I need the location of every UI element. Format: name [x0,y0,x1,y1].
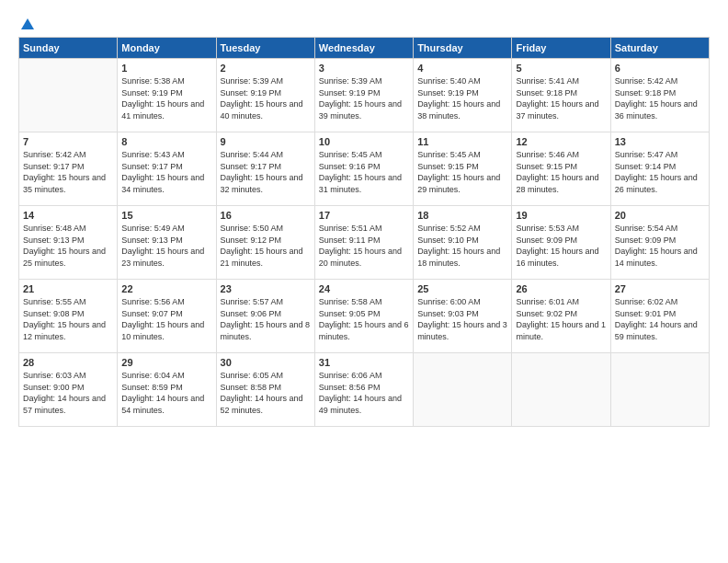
day-number: 14 [23,210,113,221]
day-number: 4 [417,63,507,74]
header-cell-saturday: Saturday [610,38,709,59]
day-cell: 6Sunrise: 5:42 AMSunset: 9:18 PMDaylight… [610,59,709,132]
day-cell: 7Sunrise: 5:42 AMSunset: 9:17 PMDaylight… [19,132,118,206]
day-cell [512,353,610,427]
day-cell: 17Sunrise: 5:51 AMSunset: 9:11 PMDayligh… [314,206,413,280]
day-info: Sunrise: 5:48 AMSunset: 9:13 PMDaylight:… [23,223,113,269]
day-number: 28 [23,357,113,368]
day-number: 23 [221,283,311,294]
day-info: Sunrise: 6:00 AMSunset: 9:03 PMDaylight:… [417,296,507,342]
week-row-3: 14Sunrise: 5:48 AMSunset: 9:13 PMDayligh… [19,206,710,280]
day-info: Sunrise: 5:54 AMSunset: 9:09 PMDaylight:… [615,223,705,269]
day-info: Sunrise: 5:53 AMSunset: 9:09 PMDaylight:… [516,223,606,269]
header-cell-thursday: Thursday [414,38,512,59]
week-row-4: 21Sunrise: 5:55 AMSunset: 9:08 PMDayligh… [19,280,710,353]
day-cell: 14Sunrise: 5:48 AMSunset: 9:13 PMDayligh… [19,206,118,280]
day-cell: 10Sunrise: 5:45 AMSunset: 9:16 PMDayligh… [314,132,413,206]
day-number: 16 [221,210,311,221]
day-info: Sunrise: 5:47 AMSunset: 9:14 PMDaylight:… [615,149,705,195]
day-number: 12 [516,136,606,147]
day-info: Sunrise: 5:42 AMSunset: 9:18 PMDaylight:… [615,75,705,121]
day-info: Sunrise: 5:45 AMSunset: 9:16 PMDaylight:… [319,149,409,195]
day-info: Sunrise: 6:06 AMSunset: 8:56 PMDaylight:… [319,370,409,416]
calendar-table: SundayMondayTuesdayWednesdayThursdayFrid… [18,37,710,427]
day-cell: 12Sunrise: 5:46 AMSunset: 9:15 PMDayligh… [512,132,610,206]
svg-marker-0 [21,18,34,29]
day-cell: 29Sunrise: 6:04 AMSunset: 8:59 PMDayligh… [118,353,216,427]
header-cell-sunday: Sunday [19,38,118,59]
day-number: 29 [121,357,211,368]
day-info: Sunrise: 6:03 AMSunset: 9:00 PMDaylight:… [23,370,113,416]
day-cell: 31Sunrise: 6:06 AMSunset: 8:56 PMDayligh… [314,353,413,427]
logo-icon [19,17,36,33]
day-number: 10 [319,136,409,147]
day-number: 2 [221,63,311,74]
day-info: Sunrise: 5:49 AMSunset: 9:13 PMDaylight:… [121,223,211,269]
day-info: Sunrise: 5:43 AMSunset: 9:17 PMDaylight:… [121,149,211,195]
day-info: Sunrise: 6:05 AMSunset: 8:58 PMDaylight:… [221,370,311,416]
day-number: 22 [121,283,211,294]
day-number: 30 [221,357,311,368]
day-cell: 25Sunrise: 6:00 AMSunset: 9:03 PMDayligh… [414,280,512,353]
day-number: 6 [615,63,705,74]
header-row: SundayMondayTuesdayWednesdayThursdayFrid… [19,38,710,59]
day-cell [610,353,709,427]
day-cell: 18Sunrise: 5:52 AMSunset: 9:10 PMDayligh… [414,206,512,280]
day-cell: 30Sunrise: 6:05 AMSunset: 8:58 PMDayligh… [216,353,314,427]
day-cell: 16Sunrise: 5:50 AMSunset: 9:12 PMDayligh… [216,206,314,280]
day-cell: 8Sunrise: 5:43 AMSunset: 9:17 PMDaylight… [118,132,216,206]
page: SundayMondayTuesdayWednesdayThursdayFrid… [0,0,728,436]
day-info: Sunrise: 5:38 AMSunset: 9:19 PMDaylight:… [121,75,211,121]
day-info: Sunrise: 5:39 AMSunset: 9:19 PMDaylight:… [221,75,311,121]
day-cell: 11Sunrise: 5:45 AMSunset: 9:15 PMDayligh… [414,132,512,206]
logo-line [18,17,36,33]
logo [18,17,36,31]
day-cell: 23Sunrise: 5:57 AMSunset: 9:06 PMDayligh… [216,280,314,353]
day-info: Sunrise: 5:56 AMSunset: 9:07 PMDaylight:… [121,296,211,342]
header-cell-tuesday: Tuesday [216,38,314,59]
day-cell: 24Sunrise: 5:58 AMSunset: 9:05 PMDayligh… [314,280,413,353]
day-number: 21 [23,283,113,294]
day-number: 3 [319,63,409,74]
day-cell [19,59,118,132]
day-cell: 3Sunrise: 5:39 AMSunset: 9:19 PMDaylight… [314,59,413,132]
day-cell: 20Sunrise: 5:54 AMSunset: 9:09 PMDayligh… [610,206,709,280]
day-info: Sunrise: 5:39 AMSunset: 9:19 PMDaylight:… [319,75,409,121]
day-number: 26 [516,283,606,294]
day-info: Sunrise: 5:41 AMSunset: 9:18 PMDaylight:… [516,75,606,121]
day-number: 15 [121,210,211,221]
day-info: Sunrise: 5:46 AMSunset: 9:15 PMDaylight:… [516,149,606,195]
header-cell-friday: Friday [512,38,610,59]
day-number: 20 [615,210,705,221]
day-number: 9 [221,136,311,147]
day-info: Sunrise: 5:40 AMSunset: 9:19 PMDaylight:… [417,75,507,121]
day-info: Sunrise: 5:42 AMSunset: 9:17 PMDaylight:… [23,149,113,195]
day-number: 13 [615,136,705,147]
day-number: 27 [615,283,705,294]
day-info: Sunrise: 5:51 AMSunset: 9:11 PMDaylight:… [319,223,409,269]
day-info: Sunrise: 5:55 AMSunset: 9:08 PMDaylight:… [23,296,113,342]
day-info: Sunrise: 6:04 AMSunset: 8:59 PMDaylight:… [121,370,211,416]
day-number: 7 [23,136,113,147]
day-number: 1 [121,63,211,74]
header-cell-monday: Monday [118,38,216,59]
day-number: 11 [417,136,507,147]
day-number: 5 [516,63,606,74]
day-info: Sunrise: 6:02 AMSunset: 9:01 PMDaylight:… [615,296,705,342]
day-info: Sunrise: 5:52 AMSunset: 9:10 PMDaylight:… [417,223,507,269]
day-number: 25 [417,283,507,294]
header-cell-wednesday: Wednesday [314,38,413,59]
week-row-5: 28Sunrise: 6:03 AMSunset: 9:00 PMDayligh… [19,353,710,427]
day-number: 8 [121,136,211,147]
day-cell: 13Sunrise: 5:47 AMSunset: 9:14 PMDayligh… [610,132,709,206]
day-info: Sunrise: 5:58 AMSunset: 9:05 PMDaylight:… [319,296,409,342]
day-number: 17 [319,210,409,221]
day-cell: 4Sunrise: 5:40 AMSunset: 9:19 PMDaylight… [414,59,512,132]
day-cell: 27Sunrise: 6:02 AMSunset: 9:01 PMDayligh… [610,280,709,353]
day-cell: 9Sunrise: 5:44 AMSunset: 9:17 PMDaylight… [216,132,314,206]
day-info: Sunrise: 5:45 AMSunset: 9:15 PMDaylight:… [417,149,507,195]
day-number: 19 [516,210,606,221]
header [18,17,710,31]
day-number: 18 [417,210,507,221]
day-number: 24 [319,283,409,294]
